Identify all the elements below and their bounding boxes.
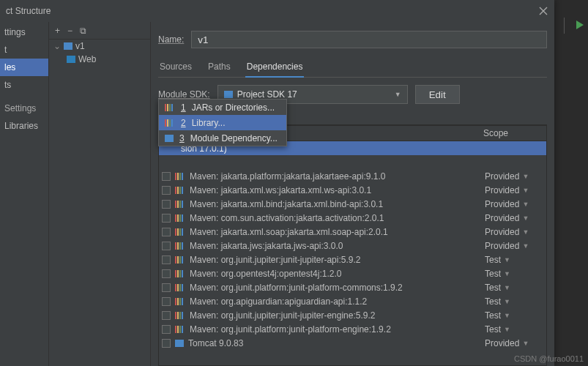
dep-name: Maven: org.junit.jupiter:junit-jupiter-e… <box>190 310 480 321</box>
dep-name: Maven: jakarta.xml.soap:jakarta.xml.soap… <box>190 227 480 237</box>
library-icon <box>175 312 185 319</box>
scope-select[interactable]: Provided▼ <box>485 227 543 237</box>
sidebar-item-facets[interactable]: ts <box>0 76 48 94</box>
popup-item-jars[interactable]: 1 JARs or Directories... <box>159 100 286 115</box>
scope-select[interactable]: Test▼ <box>485 269 543 279</box>
library-icon <box>165 119 175 127</box>
dependency-row[interactable]: Maven: jakarta.xml.ws:jakarta.xml.ws-api… <box>159 183 546 197</box>
sidebar-item-settings[interactable]: ttings <box>0 23 48 41</box>
dep-name: Maven: org.apiguardian:apiguardian-api:1… <box>190 296 480 307</box>
dep-name: Maven: jakarta.platform:jakarta.jakartae… <box>190 171 480 182</box>
library-icon <box>175 201 185 208</box>
dependency-row[interactable]: Maven: org.opentest4j:opentest4j:1.2.0Te… <box>159 266 546 280</box>
dep-name: Maven: org.junit.jupiter:junit-jupiter-a… <box>190 255 480 265</box>
export-checkbox[interactable] <box>162 200 171 209</box>
dependency-row[interactable]: Tomcat 9.0.83Provided▼ <box>159 336 546 350</box>
tree-root[interactable]: ⌄ v1 <box>49 40 150 53</box>
library-icon <box>175 270 185 277</box>
scope-select[interactable]: Provided▼ <box>485 199 543 209</box>
project-structure-dialog: ct Structure ttings t les ts Settings Li… <box>0 0 554 366</box>
popup-item-library[interactable]: 2 Library... <box>159 115 286 130</box>
export-checkbox[interactable] <box>162 311 171 320</box>
scope-select[interactable]: Provided▼ <box>485 241 543 251</box>
export-checkbox[interactable] <box>162 283 171 292</box>
settings-sidebar: ttings t les ts Settings Libraries <box>0 22 48 366</box>
export-checkbox[interactable] <box>162 172 171 181</box>
export-checkbox[interactable] <box>162 255 171 264</box>
export-checkbox[interactable] <box>162 242 171 250</box>
dependency-row[interactable]: Maven: org.junit.jupiter:junit-jupiter-a… <box>159 253 546 266</box>
export-checkbox[interactable] <box>162 228 171 236</box>
run-icon[interactable] <box>576 20 584 29</box>
dependency-row[interactable]: Maven: org.junit.jupiter:junit-jupiter-e… <box>159 308 546 322</box>
popup-label: Library... <box>192 118 226 128</box>
sidebar-heading-platform: Settings <box>0 100 48 117</box>
remove-module-icon[interactable]: − <box>67 26 72 36</box>
chevron-down-icon[interactable]: ⌄ <box>53 41 61 51</box>
export-checkbox[interactable] <box>162 325 171 334</box>
scope-select[interactable]: Provided▼ <box>485 171 543 182</box>
dependency-row[interactable]: Maven: com.sun.activation:jakarta.activa… <box>159 211 546 225</box>
copy-module-icon[interactable]: ⧉ <box>80 26 86 36</box>
scope-select[interactable]: Provided▼ <box>485 338 543 348</box>
window-title: ct Structure <box>6 6 51 16</box>
dep-name: Maven: jakarta.jws:jakarta.jws-api:3.0.0 <box>190 241 480 251</box>
tree-child-web[interactable]: Web <box>49 53 150 66</box>
popup-item-module-dep[interactable]: 3 Module Dependency... <box>159 130 286 146</box>
tab-dependencies[interactable]: Dependencies <box>245 59 305 78</box>
watermark: CSDN @furao0011 <box>514 354 584 363</box>
tab-paths[interactable]: Paths <box>206 59 232 77</box>
export-checkbox[interactable] <box>162 339 171 348</box>
scope-select[interactable]: Provided▼ <box>485 213 543 223</box>
export-checkbox[interactable] <box>162 186 171 195</box>
sdk-label: Module SDK: <box>158 89 210 100</box>
library-icon <box>175 187 185 194</box>
sidebar-item-modules[interactable]: les <box>0 59 48 76</box>
add-module-icon[interactable]: + <box>55 26 60 36</box>
library-icon <box>175 228 185 236</box>
library-icon <box>175 256 185 264</box>
sidebar-item-project[interactable]: t <box>0 41 48 59</box>
sidebar-item-libraries[interactable]: Libraries <box>0 117 48 135</box>
dependency-list[interactable]: sion 17.0.1) Maven: jakarta.platform:jak… <box>158 141 547 366</box>
module-tabs: Sources Paths Dependencies <box>158 59 547 78</box>
library-icon <box>165 104 175 111</box>
dep-name: Maven: jakarta.xml.bind:jakarta.xml.bind… <box>190 199 480 209</box>
dependency-row[interactable]: Maven: jakarta.xml.bind:jakarta.xml.bind… <box>159 197 546 211</box>
dependency-row[interactable]: Maven: jakarta.platform:jakarta.jakartae… <box>159 169 546 183</box>
export-checkbox[interactable] <box>162 269 171 278</box>
dep-name: Tomcat 9.0.83 <box>188 338 480 348</box>
dependency-row[interactable]: Maven: jakarta.jws:jakarta.jws-api:3.0.0… <box>159 239 546 253</box>
tab-sources[interactable]: Sources <box>158 59 193 77</box>
scope-select[interactable]: Test▼ <box>485 324 543 335</box>
module-tree: + − ⧉ ⌄ v1 Web <box>48 22 151 366</box>
popup-label: JARs or Directories... <box>192 102 275 113</box>
tree-child-label: Web <box>78 54 96 64</box>
scope-select[interactable]: Provided▼ <box>485 185 543 195</box>
dependency-row[interactable]: Maven: org.junit.platform:junit-platform… <box>159 280 546 294</box>
export-checkbox[interactable] <box>162 214 171 223</box>
scope-select[interactable]: Test▼ <box>485 310 543 321</box>
titlebar: ct Structure <box>0 0 554 22</box>
dep-name: Maven: org.junit.platform:junit-platform… <box>190 283 480 293</box>
dependency-row[interactable]: Maven: org.junit.platform:junit-platform… <box>159 322 546 336</box>
scope-select[interactable]: Test▼ <box>485 283 543 293</box>
web-icon <box>67 56 75 63</box>
dep-name: Maven: org.opentest4j:opentest4j:1.2.0 <box>190 269 480 279</box>
dependency-row[interactable]: Maven: org.apiguardian:apiguardian-api:1… <box>159 294 546 308</box>
scope-select[interactable]: Test▼ <box>485 296 543 307</box>
dep-name: Maven: com.sun.activation:jakarta.activa… <box>190 213 480 223</box>
export-checkbox[interactable] <box>162 297 171 306</box>
name-label: Name: <box>158 34 184 45</box>
module-icon <box>165 135 174 142</box>
folder-icon <box>175 340 184 347</box>
module-name-input[interactable] <box>191 31 547 48</box>
dependency-row[interactable]: Maven: jakarta.xml.soap:jakarta.xml.soap… <box>159 225 546 239</box>
scope-select[interactable]: Test▼ <box>485 255 543 265</box>
library-icon <box>175 214 185 222</box>
close-icon[interactable] <box>538 6 548 16</box>
edit-sdk-button[interactable]: Edit <box>415 85 460 104</box>
dep-name: Maven: org.junit.platform:junit-platform… <box>190 324 480 335</box>
chevron-down-icon: ▼ <box>395 91 401 98</box>
popup-shortcut: 3 <box>179 133 185 143</box>
